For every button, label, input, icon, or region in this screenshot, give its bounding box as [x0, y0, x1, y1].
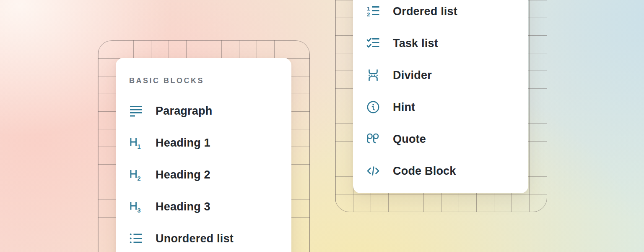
basic-blocks-section-header: BASIC BLOCKS [129, 76, 291, 85]
menu-item-label: Heading 1 [156, 136, 210, 150]
menu-item-label: Hint [393, 101, 415, 114]
heading-2-icon: 2 [129, 168, 143, 181]
svg-text:1: 1 [138, 143, 141, 150]
svg-text:2: 2 [367, 11, 370, 18]
svg-text:1: 1 [367, 5, 370, 12]
menu-item[interactable]: 3 Heading 3 [116, 191, 291, 223]
illustration-canvas: BASIC BLOCKS Paragraph 1 Heading 1 2 Hea… [0, 0, 644, 252]
heading-3-icon: 3 [129, 200, 143, 213]
menu-item-label: Quote [393, 133, 426, 146]
menu-item-label: Unordered list [156, 232, 234, 245]
ordered-list-icon: 12 [366, 5, 380, 18]
menu-item-label: Heading 2 [156, 168, 210, 181]
svg-text:3: 3 [138, 207, 141, 213]
menu-item-label: Heading 3 [156, 200, 210, 213]
divider-icon [366, 68, 380, 82]
hint-icon [366, 100, 380, 114]
insert-blocks-menu: 12 Ordered list Task list Divider Hint Q… [353, 0, 528, 193]
menu-item-label: Task list [393, 37, 438, 50]
menu-item[interactable]: 12 Ordered list [353, 0, 528, 27]
menu-item-label: Code Block [393, 165, 456, 178]
menu-item[interactable]: Task list [353, 27, 528, 59]
svg-text:2: 2 [138, 175, 141, 181]
menu-item-list: Paragraph 1 Heading 1 2 Heading 2 3 Head… [116, 95, 291, 252]
menu-item-label: Ordered list [393, 5, 457, 18]
menu-item[interactable]: Hint [353, 91, 528, 123]
menu-item[interactable]: Code Block [353, 155, 528, 187]
quote-icon [366, 132, 380, 146]
heading-1-icon: 1 [129, 136, 143, 150]
code-block-icon [366, 164, 380, 178]
menu-item-list: 12 Ordered list Task list Divider Hint Q… [353, 0, 528, 187]
paragraph-icon [129, 104, 143, 118]
menu-item-label: Paragraph [156, 105, 212, 118]
unordered-list-icon [129, 232, 143, 245]
menu-item[interactable]: Divider [353, 59, 528, 91]
menu-item-label: Divider [393, 69, 432, 82]
menu-item[interactable]: 1 Heading 1 [116, 127, 291, 159]
task-list-icon [366, 37, 380, 50]
menu-item[interactable]: 2 Heading 2 [116, 159, 291, 191]
menu-item[interactable]: Unordered list [116, 223, 291, 252]
basic-blocks-menu: BASIC BLOCKS Paragraph 1 Heading 1 2 Hea… [116, 58, 291, 252]
menu-item[interactable]: Paragraph [116, 95, 291, 127]
menu-item[interactable]: Quote [353, 123, 528, 155]
